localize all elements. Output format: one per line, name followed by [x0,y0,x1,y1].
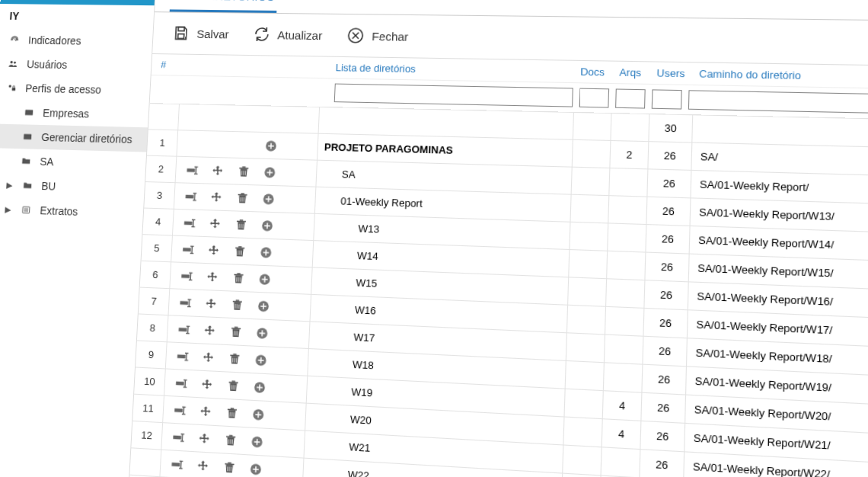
svg-rect-11 [178,34,184,38]
svg-rect-75 [181,274,190,278]
row-number: 5 [142,235,173,261]
filter-lista-input[interactable] [334,84,573,107]
row-docs [573,113,612,140]
rename-icon[interactable] [183,162,201,179]
add-icon[interactable] [251,378,269,396]
add-icon[interactable] [247,459,265,477]
add-icon[interactable] [248,432,266,450]
svg-point-0 [10,61,13,64]
svg-point-2 [8,85,11,88]
move-icon[interactable] [209,162,227,179]
trash-icon[interactable] [230,269,247,287]
caret-icon: ▶ [5,204,12,214]
row-arqs: 4 [603,391,643,421]
move-icon[interactable] [201,322,219,340]
add-icon[interactable] [258,216,276,234]
row-arqs [611,114,649,141]
svg-rect-44 [241,193,244,194]
nav-perfis[interactable]: Perfis de acesso [0,75,150,103]
tab-ger-diretorios[interactable]: GER. DIRETÓRIOS [170,0,279,13]
nav-root[interactable]: IY [0,4,155,30]
svg-rect-152 [229,434,233,436]
filter-path-input[interactable] [688,90,868,114]
row-number: 6 [140,261,171,288]
svg-point-1 [14,62,16,64]
filter-docs-input[interactable] [579,88,609,108]
rename-icon[interactable] [182,187,199,205]
save-button[interactable]: Salvar [166,20,234,46]
trash-icon[interactable] [231,242,248,261]
header-num[interactable]: # [161,59,183,71]
header-users[interactable]: Users [649,67,692,80]
move-icon[interactable] [206,215,224,232]
add-icon[interactable] [260,190,277,207]
trash-icon[interactable] [222,431,239,449]
trash-icon[interactable] [225,350,243,368]
row-arqs [608,223,646,251]
row-number: 1 [147,130,178,155]
add-icon[interactable] [257,243,275,261]
rename-icon[interactable] [168,455,186,473]
move-icon[interactable] [198,375,215,393]
row-docs [562,474,602,477]
header-path[interactable]: Caminho do diretório [692,68,868,84]
row-users: 26 [645,253,689,282]
rename-icon[interactable] [179,241,196,258]
rename-icon[interactable] [172,374,190,392]
add-icon[interactable] [254,297,272,315]
filter-arqs-input[interactable] [615,88,646,108]
nav-extratos[interactable]: ▶ Extratos [0,197,144,226]
header-lista[interactable]: Lista de diretórios [335,62,573,78]
add-icon[interactable] [252,351,270,369]
trash-icon[interactable] [225,376,242,395]
move-icon[interactable] [203,295,220,313]
trash-icon[interactable] [234,189,251,206]
nav-gerenciar-diretorios[interactable]: Gerenciar diretórios [0,123,148,152]
rename-icon[interactable] [171,401,188,419]
add-icon[interactable] [250,405,268,424]
row-users: 26 [648,142,692,170]
trash-icon[interactable] [235,162,253,180]
move-icon[interactable] [208,188,225,206]
add-icon[interactable] [254,324,271,342]
rename-icon[interactable] [170,427,187,446]
move-icon[interactable] [194,456,212,475]
move-icon[interactable] [205,242,222,259]
add-icon[interactable] [261,163,279,181]
svg-rect-164 [228,462,231,463]
add-icon[interactable] [256,270,273,288]
header-docs[interactable]: Docs [573,66,611,78]
list-icon [19,204,33,216]
close-button[interactable]: Fechar [340,22,413,50]
nav-indicadores[interactable]: Indicadores [0,27,153,54]
row-users: 26 [640,421,685,451]
users-icon [6,59,20,69]
move-icon[interactable] [196,429,213,447]
row-number: 11 [132,395,164,422]
rename-icon[interactable] [180,214,198,232]
trash-icon[interactable] [220,458,238,477]
svg-rect-111 [177,354,186,358]
move-icon[interactable] [197,402,215,421]
rename-icon[interactable] [174,347,191,365]
move-icon[interactable] [204,268,222,287]
row-arqs [602,447,641,477]
nav-empresas[interactable]: Empresas [0,100,149,127]
add-icon[interactable] [262,137,279,155]
svg-rect-10 [178,27,184,30]
nav-usuarios[interactable]: Usuários [0,52,152,78]
header-arqs[interactable]: Arqs [611,66,649,79]
rename-icon[interactable] [175,320,193,338]
trash-icon[interactable] [232,216,250,233]
rename-icon[interactable] [178,267,196,284]
move-icon[interactable] [199,348,217,367]
rename-icon[interactable] [177,293,194,312]
refresh-button[interactable]: Atualizar [247,21,327,49]
trash-icon[interactable] [223,404,241,422]
save-icon [171,23,191,43]
trash-icon[interactable] [228,296,246,314]
row-arqs [604,363,643,392]
trash-icon[interactable] [227,322,244,341]
row-actions [176,157,318,187]
filter-users-input[interactable] [652,89,682,109]
